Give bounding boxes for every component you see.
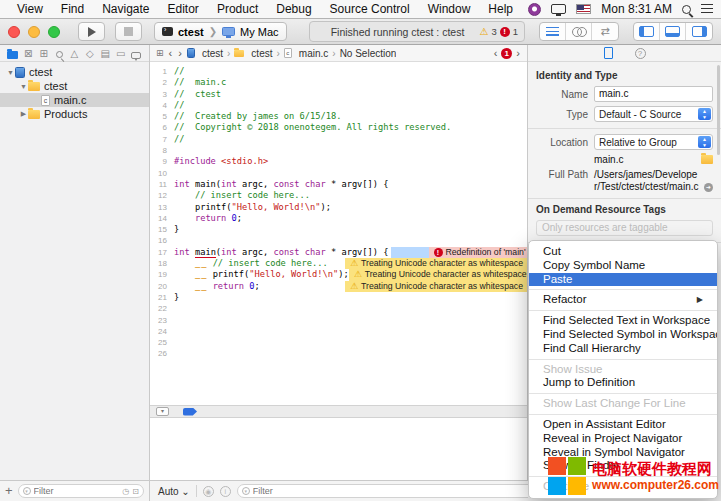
project-navigator-icon[interactable] bbox=[5, 47, 20, 59]
warning-annotation[interactable]: ⚠Treating Unicode character as whitespac… bbox=[345, 281, 527, 292]
menu-product[interactable]: Product bbox=[208, 0, 267, 18]
menu-item-refactor[interactable]: Refactor▶ bbox=[529, 293, 717, 307]
variables-view-scope-select[interactable]: Auto ⌄ bbox=[158, 486, 190, 497]
location-select[interactable]: Relative to Group ▲▼ bbox=[594, 134, 713, 150]
collapse-debug-area-icon[interactable]: ▾ bbox=[156, 407, 169, 416]
next-issue-button[interactable]: › bbox=[515, 48, 521, 58]
menu-item-jump-to-definition[interactable]: Jump to Definition bbox=[529, 376, 717, 390]
notification-center-icon[interactable] bbox=[701, 4, 713, 14]
toggle-inspector-button[interactable] bbox=[686, 23, 712, 40]
name-field[interactable]: main.c bbox=[594, 86, 713, 102]
menu-navigate[interactable]: Navigate bbox=[93, 0, 158, 18]
assistant-editor-button[interactable] bbox=[566, 23, 592, 40]
folder-icon[interactable] bbox=[701, 155, 713, 164]
run-button[interactable] bbox=[78, 22, 105, 41]
menu-help[interactable]: Help bbox=[479, 0, 522, 18]
scheme-selector[interactable]: ctest ❯ My Mac bbox=[154, 22, 287, 41]
console-area[interactable] bbox=[150, 418, 527, 480]
menu-item-find-selected-text-in-workspace[interactable]: Find Selected Text in Workspace bbox=[529, 314, 717, 328]
navigator-filter-field[interactable]: ▾ ◷ ⊡ bbox=[18, 484, 144, 498]
spotlight-search-icon[interactable] bbox=[682, 5, 691, 14]
tree-item-products[interactable]: ▶Products bbox=[0, 107, 149, 121]
activity-viewer[interactable]: Finished running ctest : ctest ⚠ 3 ! 1 bbox=[309, 21, 525, 42]
breadcrumb-no-selection-3[interactable]: No Selection bbox=[340, 48, 397, 59]
issue-navigator-icon[interactable]: △ bbox=[67, 46, 82, 61]
type-select[interactable]: Default - C Source ▲▼ bbox=[594, 106, 713, 122]
annotation-text: Redefinition of 'main' bbox=[446, 247, 526, 258]
window-zoom-button[interactable] bbox=[48, 26, 60, 38]
toggle-debug-area-button[interactable] bbox=[660, 23, 686, 40]
warning-icon: ⚠ bbox=[350, 258, 358, 269]
version-editor-button[interactable]: ⇄ bbox=[592, 23, 618, 40]
menu-editor[interactable]: Editor bbox=[159, 0, 208, 18]
assistant-editor-icon bbox=[572, 27, 586, 36]
warning-count[interactable]: 3 bbox=[491, 26, 496, 37]
warning-annotation[interactable]: ⚠Treating Unicode character as whitespac… bbox=[349, 269, 527, 280]
file-inspector-tab-icon[interactable] bbox=[604, 47, 613, 59]
source-control-status-icon[interactable]: ⊡ bbox=[132, 487, 139, 496]
standard-editor-button[interactable] bbox=[540, 23, 566, 40]
error-icon: ! bbox=[434, 248, 443, 257]
issue-count-badge[interactable]: 1 bbox=[501, 48, 512, 59]
menu-bar-clock[interactable]: Mon 8:31 AM bbox=[601, 2, 672, 16]
error-annotation[interactable]: !Redefinition of 'main' bbox=[429, 247, 528, 258]
line-number: 17 bbox=[150, 247, 174, 258]
toggle-navigator-button[interactable] bbox=[634, 23, 660, 40]
source-control-navigator-icon[interactable]: ⊠ bbox=[20, 46, 35, 61]
resource-tags-field[interactable]: Only resources are taggable bbox=[536, 220, 713, 236]
display-status-icon[interactable] bbox=[551, 4, 566, 14]
code-lines[interactable]: 1//2// main.c3// ctest4//5// Created by … bbox=[150, 62, 527, 405]
previous-issue-button[interactable]: ‹ bbox=[493, 48, 499, 58]
related-items-icon[interactable]: ⊞ bbox=[156, 48, 164, 58]
breakpoint-navigator-icon[interactable]: ▭ bbox=[113, 46, 128, 61]
error-count[interactable]: 1 bbox=[513, 26, 518, 37]
find-navigator-icon[interactable] bbox=[51, 48, 66, 58]
menu-find[interactable]: Find bbox=[52, 0, 93, 18]
scrollbar[interactable] bbox=[717, 65, 720, 155]
menu-item-find-call-hierarchy[interactable]: Find Call Hierarchy bbox=[529, 342, 717, 356]
show-only-recent-icon[interactable]: ◉ bbox=[203, 486, 214, 497]
breadcrumb-ctest-1[interactable]: ctest bbox=[234, 48, 272, 59]
menu-source-control[interactable]: Source Control bbox=[321, 0, 419, 18]
report-navigator-icon[interactable] bbox=[129, 48, 144, 59]
menu-view[interactable]: View bbox=[8, 0, 52, 18]
menu-item-open-in-assistant-editor[interactable]: Open in Assistant Editor bbox=[529, 418, 717, 432]
disclosure-triangle-icon[interactable]: ▶ bbox=[19, 110, 28, 118]
menu-item-cut[interactable]: Cut bbox=[529, 245, 717, 259]
breadcrumb-ctest-0[interactable]: ctest bbox=[187, 48, 223, 59]
code-text: __ printf("Hello, World!\n"); bbox=[174, 269, 349, 280]
menu-item-copy-symbol-name[interactable]: Copy Symbol Name bbox=[529, 259, 717, 273]
symbol-navigator-icon[interactable]: ⊞ bbox=[36, 46, 51, 61]
input-source-flag-icon[interactable] bbox=[576, 4, 591, 14]
window-close-button[interactable] bbox=[8, 26, 20, 38]
debug-navigator-icon[interactable]: ▤ bbox=[98, 46, 113, 61]
window-minimize-button[interactable] bbox=[28, 26, 40, 38]
warning-annotation[interactable]: ⚠Treating Unicode character as whitespac… bbox=[345, 258, 527, 269]
menu-item-find-selected-symbol-in-workspace[interactable]: Find Selected Symbol in Workspace bbox=[529, 328, 717, 342]
tree-item-ctest[interactable]: ▼ctest bbox=[0, 79, 149, 93]
menu-window[interactable]: Window bbox=[419, 0, 480, 18]
quick-help-tab-icon[interactable]: ? bbox=[635, 48, 646, 59]
stop-button[interactable] bbox=[115, 22, 142, 41]
menu-debug[interactable]: Debug bbox=[267, 0, 320, 18]
open-in-finder-arrow-icon[interactable]: ➜ bbox=[704, 183, 713, 192]
disclosure-triangle-icon[interactable]: ▼ bbox=[6, 69, 15, 76]
quicklook-info-icon[interactable]: i bbox=[220, 486, 231, 497]
tree-item-main-c[interactable]: cmain.c bbox=[0, 93, 149, 107]
breadcrumb-main-c-2[interactable]: cmain.c bbox=[284, 48, 328, 59]
add-button[interactable]: + bbox=[5, 482, 13, 500]
forward-button[interactable]: › bbox=[177, 48, 183, 58]
tree-item-ctest[interactable]: ▼ctest bbox=[0, 65, 149, 79]
breakpoint-toggle-icon[interactable] bbox=[183, 408, 197, 416]
stepper-icon: ▲▼ bbox=[698, 108, 711, 120]
disclosure-triangle-icon[interactable]: ▼ bbox=[19, 83, 28, 90]
back-button[interactable]: ‹ bbox=[168, 48, 174, 58]
code-line-2: 2// main.c bbox=[150, 77, 527, 88]
menu-item-reveal-in-project-navigator[interactable]: Reveal in Project Navigator bbox=[529, 432, 717, 446]
test-navigator-icon[interactable]: ◇ bbox=[82, 46, 97, 61]
recent-files-clock-icon[interactable]: ◷ bbox=[122, 487, 129, 496]
filter-icon: ▾ bbox=[23, 487, 31, 495]
navigator-filter-input[interactable] bbox=[34, 486, 120, 496]
menu-item-paste[interactable]: Paste bbox=[529, 273, 717, 287]
status-menu-app-icon[interactable] bbox=[528, 3, 541, 16]
